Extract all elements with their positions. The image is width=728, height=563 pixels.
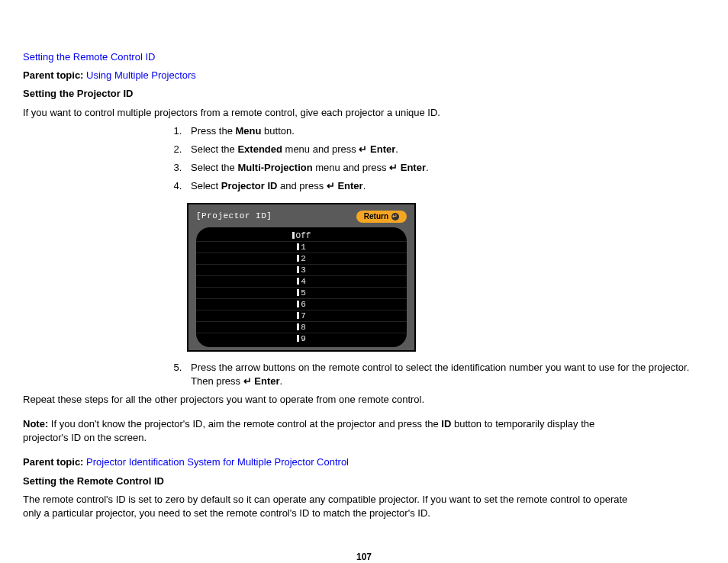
menu-option: 3	[196, 265, 407, 276]
note-text: Note: If you don't know the projector's …	[23, 417, 633, 445]
heading-setting-projector-id: Setting the Projector ID	[23, 87, 633, 101]
projector-menu-screenshot: [Projector ID] Return Off123456789	[187, 203, 416, 352]
intro-text: If you want to control multiple projecto…	[23, 106, 633, 120]
link-projector-id-system[interactable]: Projector Identification System for Mult…	[86, 456, 349, 468]
return-button: Return	[356, 211, 407, 223]
link-using-multiple-projectors[interactable]: Using Multiple Projectors	[86, 69, 196, 81]
menu-option: 6	[196, 299, 407, 310]
menu-title: [Projector ID]	[196, 211, 272, 222]
menu-option: 5	[196, 288, 407, 299]
enter-icon	[389, 162, 398, 173]
repeat-text: Repeat these steps for all the other pro…	[23, 393, 633, 407]
step-1: Press the Menu button.	[185, 124, 705, 138]
menu-option: 7	[196, 310, 407, 322]
steps-list: Press the Menu button. Select the Extend…	[168, 124, 705, 194]
menu-option: 1	[196, 242, 407, 253]
enter-icon	[243, 375, 252, 387]
step-2: Select the Extended menu and press Enter…	[185, 143, 705, 156]
enter-icon	[327, 180, 335, 191]
menu-option: 8	[196, 322, 407, 333]
remote-body-text: The remote control's ID is set to zero b…	[23, 493, 633, 520]
parent-topic-label: Parent topic:	[23, 456, 83, 468]
step-5: Press the arrow buttons on the remote co…	[185, 361, 705, 388]
page-number: 107	[23, 551, 705, 563]
menu-option: 2	[196, 253, 407, 265]
menu-option: Off	[196, 230, 407, 242]
return-arrow-icon	[391, 213, 399, 220]
steps-list-cont: Press the arrow buttons on the remote co…	[168, 361, 705, 388]
menu-option: 4	[196, 276, 407, 288]
enter-icon	[359, 143, 367, 155]
menu-options-list: Off123456789	[196, 227, 407, 347]
step-4: Select Projector ID and press Enter.	[185, 179, 705, 193]
menu-option: 9	[196, 333, 407, 344]
link-setting-remote-id[interactable]: Setting the Remote Control ID	[23, 51, 155, 63]
parent-topic-label: Parent topic:	[23, 69, 83, 81]
heading-setting-remote-id: Setting the Remote Control ID	[23, 475, 633, 488]
step-3: Select the Multi-Projection menu and pre…	[185, 161, 705, 175]
